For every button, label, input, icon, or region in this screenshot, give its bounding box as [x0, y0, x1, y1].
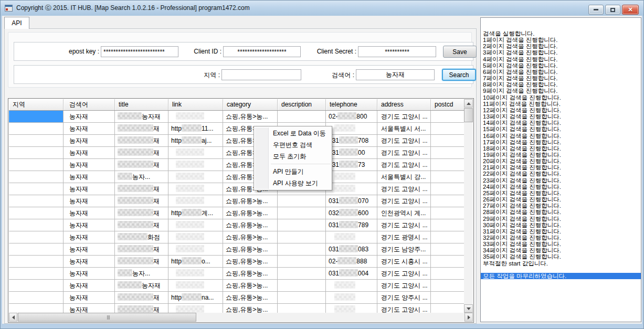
cell-category[interactable]: 쇼핑,유통>농... [223, 292, 278, 304]
menu-item-excel-export[interactable]: Excel 로 Data 이동 [254, 128, 332, 139]
cell-address[interactable]: 서울특별시 강... [377, 171, 431, 183]
log-line[interactable]: 34페이지 검색을 진행합니다. [483, 247, 641, 253]
cell-title[interactable]: 재 [115, 243, 168, 256]
log-line[interactable]: 4페이지 검색을 진행합니다. [483, 56, 641, 62]
cell-keyword[interactable]: 농자재 [64, 171, 115, 183]
cell-link[interactable] [168, 111, 223, 123]
cell-region[interactable] [9, 231, 64, 243]
cell-address[interactable]: 경기도 남양주... [377, 243, 431, 256]
column-header-postcd[interactable]: postcd [431, 99, 464, 110]
cell-address[interactable]: 경기도 고양시 ... [377, 280, 431, 292]
cell-keyword[interactable]: 농자재 [64, 123, 115, 135]
cell-region[interactable] [9, 171, 64, 183]
cell-link[interactable] [168, 171, 223, 183]
cell-telephone[interactable]: 031083 [326, 243, 377, 256]
cell-title[interactable]: 재 [115, 256, 168, 268]
cell-category[interactable]: 쇼핑,유통>농... [223, 256, 278, 268]
cell-description[interactable] [278, 195, 326, 207]
log-line[interactable]: 20페이지 검색을 진행합니다. [483, 158, 641, 164]
cell-postcd[interactable] [431, 280, 464, 292]
log-line[interactable]: 33페이지 검색을 진행합니다. [483, 241, 641, 247]
cell-postcd[interactable] [431, 135, 464, 147]
cell-link[interactable] [168, 304, 223, 313]
cell-category[interactable]: 쇼핑,유통>농... [223, 207, 278, 219]
cell-region[interactable] [9, 207, 64, 219]
keyword-input[interactable] [356, 69, 435, 80]
log-line[interactable]: 17페이지 검색을 진행합니다. [483, 139, 641, 145]
cell-postcd[interactable] [431, 147, 464, 159]
log-line[interactable]: 2페이지 검색을 진행합니다. [483, 43, 641, 49]
cell-postcd[interactable] [431, 304, 464, 313]
cell-telephone[interactable] [326, 304, 377, 313]
log-line[interactable]: 32페이지 검색을 진행합니다. [483, 235, 641, 241]
cell-address[interactable]: 경기도 고양시 ... [377, 111, 431, 123]
cell-link[interactable] [168, 147, 223, 159]
log-line[interactable]: 12페이지 검색을 진행합니다. [483, 107, 641, 113]
cell-keyword[interactable]: 농자재 [64, 243, 115, 256]
column-header-region[interactable]: 지역 [9, 99, 64, 110]
cell-link[interactable] [168, 268, 223, 280]
log-line[interactable]: 3페이지 검색을 진행합니다. [483, 49, 641, 56]
cell-telephone[interactable] [326, 183, 377, 195]
log-line[interactable]: 9페이지 검색을 진행합니다. [483, 88, 641, 94]
log-line[interactable]: 7페이지 검색을 진행합니다. [483, 75, 641, 81]
cell-title[interactable]: 재 [115, 219, 168, 231]
cell-keyword[interactable]: 농자재 [64, 256, 115, 268]
cell-region[interactable] [9, 243, 64, 256]
log-line[interactable]: 19페이지 검색을 진행합니다. [483, 152, 641, 158]
cell-telephone[interactable] [326, 123, 377, 135]
menu-item-api-usage[interactable]: API 사용량 보기 [254, 177, 332, 189]
cell-keyword[interactable]: 농자재 [64, 195, 115, 207]
maximize-button[interactable] [605, 5, 620, 15]
cell-address[interactable]: 경기도 고양시 ... [377, 183, 431, 195]
menu-item-reset-all[interactable]: 모두 초기화 [254, 151, 332, 162]
column-header-telephone[interactable]: telephone [326, 99, 377, 110]
scroll-up-button[interactable] [464, 99, 473, 108]
column-header-address[interactable]: address [377, 99, 431, 110]
cell-telephone[interactable] [326, 171, 377, 183]
cell-link[interactable] [168, 280, 223, 292]
cell-keyword[interactable]: 농자재 [64, 147, 115, 159]
cell-region[interactable] [9, 159, 64, 171]
menu-item-postcode-search[interactable]: 우편번호 검색 [254, 139, 332, 151]
horizontal-scroll-thumb[interactable] [18, 313, 196, 322]
cell-postcd[interactable] [431, 292, 464, 304]
cell-postcd[interactable] [431, 231, 464, 243]
cell-telephone[interactable]: 032600 [326, 207, 377, 219]
cell-title[interactable]: 농자... [115, 171, 168, 183]
table-horizontal-scrollbar[interactable] [9, 313, 473, 322]
cell-link[interactable] [168, 159, 223, 171]
log-line[interactable]: 검색을 실행합니다. [483, 30, 641, 37]
cell-keyword[interactable]: 농자재 [64, 111, 115, 123]
cell-telephone[interactable] [326, 280, 377, 292]
client-id-field[interactable] [223, 46, 301, 57]
cell-description[interactable] [278, 292, 326, 304]
cell-link[interactable] [168, 183, 223, 195]
cell-address[interactable]: 경기도 고양시 ... [377, 304, 431, 313]
cell-postcd[interactable] [431, 195, 464, 207]
cell-description[interactable] [278, 111, 326, 123]
vertical-scroll-thumb[interactable] [464, 108, 473, 122]
cell-link[interactable]: http11... [168, 123, 223, 135]
log-line[interactable]: 14페이지 검색을 진행합니다. [483, 120, 641, 126]
cell-region[interactable] [9, 147, 64, 159]
cell-region[interactable] [9, 123, 64, 135]
log-line[interactable]: 10페이지 검색을 진행합니다. [483, 94, 641, 101]
cell-address[interactable]: 경기도 고양시 ... [377, 219, 431, 231]
cell-title[interactable]: 재 [115, 159, 168, 171]
cell-keyword[interactable]: 농자재 [64, 268, 115, 280]
epost-key-field[interactable] [101, 46, 178, 57]
cell-postcd[interactable] [431, 171, 464, 183]
client-secret-field[interactable] [358, 46, 436, 57]
cell-telephone[interactable]: 02-888 [326, 256, 377, 268]
cell-telephone[interactable] [326, 292, 377, 304]
cell-region[interactable] [9, 256, 64, 268]
cell-region[interactable] [9, 219, 64, 231]
cell-region[interactable] [9, 195, 64, 207]
cell-keyword[interactable]: 농자재 [64, 159, 115, 171]
cell-description[interactable] [278, 219, 326, 231]
cell-title[interactable]: 재 [115, 123, 168, 135]
cell-category[interactable]: 쇼핑,유통>농... [223, 231, 278, 243]
cell-postcd[interactable] [431, 123, 464, 135]
cell-postcd[interactable] [431, 183, 464, 195]
